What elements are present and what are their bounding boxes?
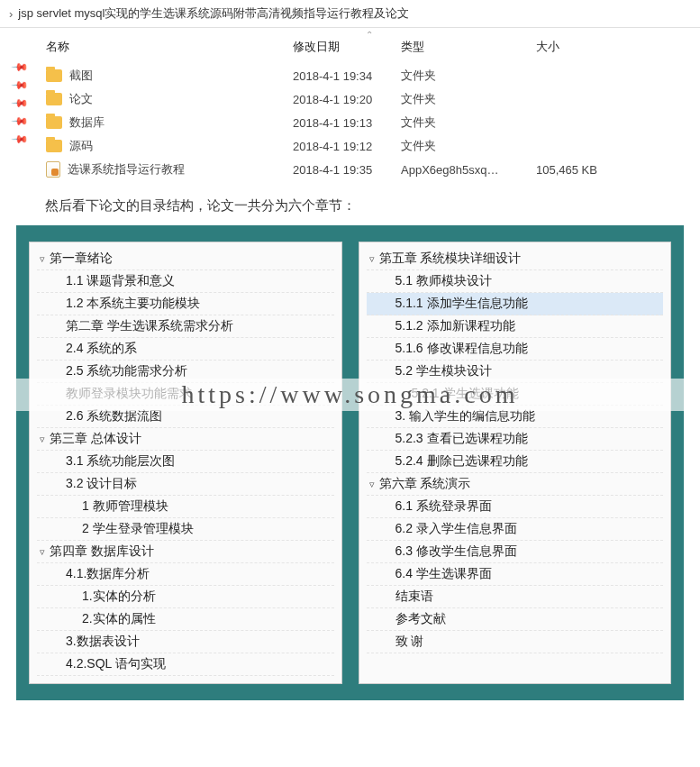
- toc-item-label: 第六章 系统演示: [379, 476, 471, 492]
- folder-icon: [46, 69, 62, 82]
- toc-item[interactable]: 5.2 学生模块设计: [367, 361, 664, 383]
- toc-item[interactable]: 致 谢: [367, 631, 664, 653]
- toc-item[interactable]: 2.4 系统的系: [37, 338, 334, 361]
- column-name[interactable]: 名称: [41, 39, 293, 55]
- toc-item-label: 第一章绪论: [50, 251, 113, 267]
- breadcrumb-title: jsp servlet mysql实现的学生选课系统源码附带高清视频指导运行教程…: [18, 5, 409, 22]
- file-type: 文件夹: [401, 68, 536, 84]
- file-date: 2018-4-1 19:35: [293, 163, 401, 177]
- document-icon: [46, 161, 60, 178]
- toc-item-label: 第三章 总体设计: [50, 431, 141, 447]
- folder-icon: [46, 116, 62, 129]
- toc-item-label: 结束语: [395, 589, 433, 605]
- toc-item[interactable]: 第二章 学生选课系统需求分析: [37, 315, 334, 338]
- file-list: 截图2018-4-1 19:34文件夹论文2018-4-1 19:20文件夹数据…: [41, 64, 691, 181]
- toc-item-label: 参考文献: [395, 611, 446, 627]
- file-row[interactable]: 论文2018-4-1 19:20文件夹: [41, 87, 691, 111]
- toc-item-label: 1.实体的分析: [82, 589, 156, 605]
- toc-item[interactable]: 5.2.1 学生选课功能: [367, 383, 664, 406]
- toc-item[interactable]: 参考文献: [367, 608, 664, 631]
- toc-left-panel: ▿第一章绪论1.1 课题背景和意义1.2 本系统主要功能模块第二章 学生选课系统…: [29, 242, 342, 684]
- column-type[interactable]: 类型: [401, 39, 536, 55]
- toc-item-label: 5.2 学生模块设计: [395, 363, 492, 379]
- caret-icon: ▿: [367, 253, 377, 265]
- toc-item[interactable]: 1.2 本系统主要功能模块: [37, 293, 334, 315]
- toc-item-label: 6.4 学生选课界面: [395, 566, 492, 582]
- file-row[interactable]: 选课系统指导运行教程2018-4-1 19:35AppX6eg8h5sxq…10…: [41, 158, 691, 181]
- file-name: 截图: [69, 68, 93, 84]
- file-date: 2018-4-1 19:13: [293, 116, 401, 130]
- toc-item-label: 2.实体的属性: [82, 611, 156, 627]
- toc-item-label: 6.3 修改学生信息界面: [395, 543, 517, 560]
- toc-item[interactable]: 5.1.6 修改课程信息功能: [367, 338, 664, 361]
- toc-item[interactable]: 1 教师管理模块: [37, 496, 334, 518]
- caret-icon: ▿: [37, 253, 48, 265]
- toc-item[interactable]: 6.1 系统登录界面: [367, 496, 664, 518]
- toc-item[interactable]: 2 学生登录管理模块: [37, 518, 334, 541]
- folder-icon: [46, 93, 62, 105]
- file-date: 2018-4-1 19:12: [293, 140, 401, 153]
- toc-item[interactable]: ▿第三章 总体设计: [37, 428, 334, 451]
- toc-item-label: 第四章 数据库设计: [50, 543, 154, 560]
- caret-icon: ▿: [367, 479, 377, 490]
- toc-item-label: 5.1.6 修改课程信息功能: [395, 341, 528, 357]
- toc-item[interactable]: 6.4 学生选课界面: [367, 563, 664, 586]
- folder-icon: [46, 140, 62, 152]
- toc-item[interactable]: 2.5 系统功能需求分析: [37, 361, 334, 383]
- toc-item[interactable]: ▿第一章绪论: [37, 248, 334, 270]
- toc-item[interactable]: 6.3 修改学生信息界面: [367, 541, 664, 563]
- toc-item[interactable]: 2.实体的属性: [37, 608, 334, 631]
- toc-item[interactable]: 4.2.SQL 语句实现: [37, 653, 334, 676]
- column-size[interactable]: 大小: [536, 39, 626, 55]
- toc-item[interactable]: 2.6 系统数据流图: [37, 406, 334, 428]
- pin-icon: 📌: [11, 112, 30, 131]
- toc-item[interactable]: 4.1.数据库分析: [37, 563, 334, 586]
- toc-item[interactable]: 5.1.2 添加新课程功能: [367, 315, 664, 338]
- toc-item-label: 5.2.3 查看已选课程功能: [395, 431, 528, 447]
- pin-column: 📌 📌 📌 📌 📌: [0, 28, 41, 181]
- toc-container: ▿第一章绪论1.1 课题背景和意义1.2 本系统主要功能模块第二章 学生选课系统…: [16, 225, 684, 700]
- toc-item-label: 6.2 录入学生信息界面: [395, 521, 517, 537]
- toc-item[interactable]: 3.2 设计目标: [37, 473, 334, 496]
- toc-item[interactable]: ▿第五章 系统模块详细设计: [367, 248, 664, 270]
- toc-item[interactable]: 3.数据表设计: [37, 631, 334, 653]
- file-size: 105,465 KB: [536, 163, 626, 177]
- toc-item[interactable]: 5.2.3 查看已选课程功能: [367, 428, 664, 451]
- file-name: 论文: [69, 91, 93, 107]
- toc-item[interactable]: ▿第四章 数据库设计: [37, 541, 334, 563]
- toc-item-label: 致 谢: [395, 634, 424, 650]
- toc-item-label: 5.1.2 添加新课程功能: [395, 318, 515, 334]
- toc-item-label: 1.2 本系统主要功能模块: [66, 296, 200, 312]
- toc-item[interactable]: 教师登录模块功能需求: [37, 383, 334, 406]
- toc-item[interactable]: 结束语: [367, 586, 664, 608]
- toc-item-label: 5.2.4 删除已选课程功能: [395, 453, 528, 470]
- toc-item[interactable]: 5.1 教师模块设计: [367, 270, 664, 293]
- toc-item-label: 5.2.1 学生选课功能: [412, 386, 519, 402]
- toc-item-label: 教师登录模块功能需求: [66, 386, 192, 402]
- note-text: 然后看下论文的目录结构，论文一共分为六个章节：: [0, 181, 700, 225]
- toc-item[interactable]: 1.1 课题背景和意义: [37, 270, 334, 293]
- breadcrumb[interactable]: › jsp servlet mysql实现的学生选课系统源码附带高清视频指导运行…: [0, 0, 700, 28]
- toc-item-label: 5.1 教师模块设计: [395, 273, 492, 289]
- file-row[interactable]: 源码2018-4-1 19:12文件夹: [41, 134, 691, 158]
- toc-item[interactable]: 6.2 录入学生信息界面: [367, 518, 664, 541]
- pin-icon: 📌: [11, 58, 30, 77]
- pin-icon: 📌: [11, 94, 30, 113]
- toc-item[interactable]: 5.2.4 删除已选课程功能: [367, 451, 664, 473]
- toc-item-label: 5.1.1 添加学生信息功能: [395, 296, 528, 312]
- toc-item[interactable]: 3.1 系统功能层次图: [37, 451, 334, 473]
- toc-item-label: 4.2.SQL 语句实现: [66, 656, 166, 672]
- toc-item[interactable]: ▿第六章 系统演示: [367, 473, 664, 496]
- toc-item-label: 2.6 系统数据流图: [66, 408, 162, 425]
- file-date: 2018-4-1 19:34: [293, 69, 401, 83]
- file-type: 文件夹: [401, 91, 536, 107]
- file-name: 选课系统指导运行教程: [68, 161, 185, 178]
- toc-item[interactable]: 3. 输入学生的编信息功能: [367, 406, 664, 428]
- toc-item[interactable]: 5.1.1 添加学生信息功能: [367, 293, 664, 315]
- file-row[interactable]: 数据库2018-4-1 19:13文件夹: [41, 111, 691, 134]
- toc-item-label: 2 学生登录管理模块: [82, 521, 194, 537]
- pin-icon: 📌: [11, 130, 30, 149]
- column-date[interactable]: 修改日期: [293, 39, 401, 55]
- file-row[interactable]: 截图2018-4-1 19:34文件夹: [41, 64, 691, 87]
- toc-item[interactable]: 1.实体的分析: [37, 586, 334, 608]
